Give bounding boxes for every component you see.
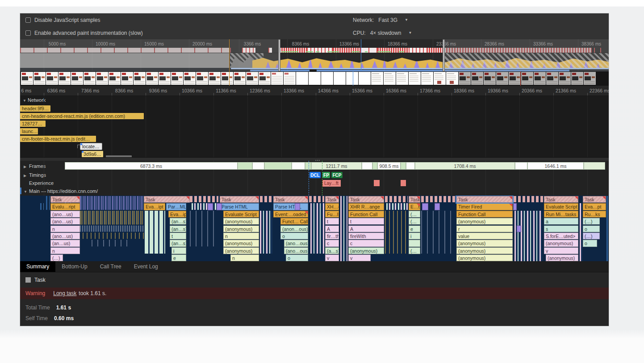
flame-bar[interactable]: Function Call bbox=[348, 211, 384, 217]
screenshot-thumb[interactable] bbox=[21, 72, 33, 85]
flame-bar[interactable]: (an…s) bbox=[170, 218, 186, 225]
flame-bar[interactable]: A bbox=[325, 225, 339, 232]
screenshot-thumb[interactable] bbox=[234, 72, 246, 85]
tab-event-log[interactable]: Event Log bbox=[128, 261, 164, 272]
frames-track-label[interactable]: ▶Frames bbox=[24, 163, 46, 169]
flame-bar[interactable]: (an…s) bbox=[170, 240, 186, 246]
screenshot-thumb[interactable] bbox=[509, 72, 521, 85]
flame-bar[interactable]: (anonymous) bbox=[223, 247, 259, 254]
flame-bar[interactable]: fireWith bbox=[348, 233, 384, 239]
flame-bar[interactable]: i bbox=[409, 233, 420, 239]
flame-bar[interactable]: n bbox=[223, 233, 259, 239]
flame-purple-chip[interactable] bbox=[295, 203, 300, 210]
flame-purple-chip[interactable] bbox=[517, 225, 521, 232]
screenshot-thumb[interactable] bbox=[571, 72, 583, 85]
flame-bar[interactable]: (… bbox=[409, 247, 420, 254]
disclosure-triangle-icon[interactable]: ▼ bbox=[23, 99, 26, 103]
disable-js-samples-checkbox[interactable] bbox=[25, 17, 31, 23]
flame-bar[interactable]: v bbox=[325, 255, 339, 261]
frame-segment[interactable] bbox=[372, 162, 377, 170]
screenshot-thumb[interactable] bbox=[371, 72, 383, 85]
flame-bar[interactable]: r bbox=[456, 225, 513, 232]
flame-bar[interactable]: t bbox=[170, 233, 186, 239]
timing-badge-fcp[interactable]: FCP bbox=[331, 172, 343, 178]
frame-segment[interactable] bbox=[264, 162, 292, 170]
frame-segment[interactable] bbox=[406, 162, 415, 170]
flame-purple-chip[interactable] bbox=[217, 203, 222, 210]
screenshot-thumb[interactable] bbox=[434, 72, 446, 85]
screenshot-thumb[interactable] bbox=[71, 72, 83, 85]
flame-bar[interactable]: (anonymous) bbox=[223, 218, 259, 225]
flame-bar[interactable]: S.forE…uted> bbox=[544, 233, 578, 239]
cpu-throttle-select[interactable]: 4× slowdown bbox=[370, 30, 401, 36]
disclosure-triangle-icon[interactable]: ▶ bbox=[24, 174, 29, 178]
network-request-bar[interactable]: cnn-header-second-react.min.js (edition.… bbox=[20, 113, 144, 119]
flame-bar[interactable]: v bbox=[348, 255, 371, 261]
flame-bar[interactable]: t bbox=[348, 218, 384, 225]
flame-bar[interactable]: (anonymous) bbox=[456, 255, 513, 261]
flame-bar[interactable]: (ano…ous) bbox=[284, 240, 308, 246]
flame-bar[interactable]: E…t bbox=[409, 203, 420, 210]
flame-bar[interactable]: (ano…ous) bbox=[284, 247, 308, 254]
screenshot-thumb[interactable] bbox=[296, 72, 308, 85]
layout-shift-marker[interactable] bbox=[401, 180, 406, 186]
flame-bar[interactable]: value bbox=[456, 233, 513, 239]
network-throttle-select[interactable]: Fast 3G bbox=[378, 17, 397, 23]
main-flame-chart[interactable]: TaskEvalu…ript(ano…us)(ano…us)n(ano…us)(… bbox=[20, 196, 609, 261]
flame-bar[interactable]: XHR R…ange bbox=[348, 203, 384, 210]
screenshot-thumb[interactable] bbox=[484, 72, 496, 85]
flame-bar[interactable]: t bbox=[325, 218, 339, 225]
flame-bar[interactable]: v bbox=[544, 247, 578, 254]
flame-bar[interactable]: Ru…ks bbox=[583, 211, 606, 217]
network-request-bar[interactable]: header.9f9… bbox=[20, 105, 50, 112]
screenshot-thumb[interactable] bbox=[209, 72, 221, 85]
network-request-bar[interactable]: launc… bbox=[20, 128, 38, 134]
flame-purple-chip[interactable] bbox=[435, 203, 440, 210]
frame-segment[interactable]: 1211.7 ms bbox=[311, 162, 362, 170]
layout-shift-marker[interactable] bbox=[374, 180, 380, 186]
screenshot-thumb[interactable] bbox=[559, 72, 571, 85]
screenshot-thumb[interactable] bbox=[246, 72, 258, 85]
flame-bar[interactable]: a bbox=[544, 218, 578, 225]
flame-bar[interactable]: e bbox=[409, 225, 420, 232]
flame-purple-chip[interactable] bbox=[513, 203, 517, 210]
main-track-label[interactable]: ▼Main — https://edition.cnn.com/ bbox=[24, 188, 98, 194]
flame-bar[interactable]: Task bbox=[273, 196, 308, 203]
flame-bar[interactable]: c bbox=[348, 240, 384, 246]
network-resize-divider[interactable]: … bbox=[20, 157, 609, 161]
flame-bar[interactable]: A bbox=[348, 225, 384, 232]
advanced-paint-checkbox[interactable] bbox=[25, 30, 31, 36]
screenshot-thumb[interactable] bbox=[284, 72, 296, 85]
network-request-bar[interactable]: 3d9a6… bbox=[82, 151, 103, 157]
flame-bar[interactable]: Evaluate Script bbox=[223, 211, 259, 217]
flame-bar[interactable]: Parse HTML bbox=[220, 203, 259, 210]
flame-bar[interactable]: i bbox=[171, 247, 186, 254]
flame-bar[interactable]: Task bbox=[544, 196, 578, 203]
flame-bar[interactable]: n bbox=[50, 225, 80, 232]
flame-bar[interactable]: o bbox=[583, 240, 597, 246]
flame-bar[interactable]: Task bbox=[456, 196, 513, 203]
flame-bar[interactable]: o bbox=[583, 225, 600, 232]
flame-bar[interactable]: (… bbox=[409, 211, 420, 217]
screenshot-thumb[interactable] bbox=[134, 72, 146, 85]
flame-bar[interactable]: e bbox=[171, 255, 186, 261]
flame-bar[interactable]: Run Mi…tasks bbox=[544, 211, 578, 217]
frame-segment[interactable] bbox=[584, 162, 605, 170]
chevron-down-icon[interactable]: ▼ bbox=[405, 18, 408, 22]
flame-bar[interactable]: s bbox=[544, 225, 578, 232]
flame-bar[interactable]: (anonymous) bbox=[456, 247, 513, 254]
disclosure-triangle-icon[interactable]: ▶ bbox=[24, 165, 29, 169]
screenshot-thumb[interactable] bbox=[409, 72, 421, 85]
flame-bar[interactable]: fir…th bbox=[325, 233, 339, 239]
flame-bar[interactable]: (an…us) bbox=[50, 240, 80, 246]
screenshot-thumb[interactable] bbox=[496, 72, 508, 85]
timings-track-label[interactable]: ▶Timings bbox=[24, 172, 46, 178]
screenshot-thumb[interactable] bbox=[421, 72, 433, 85]
experience-track-label[interactable]: Experience bbox=[29, 180, 54, 186]
frame-segment[interactable] bbox=[401, 162, 406, 170]
screenshot-thumb[interactable] bbox=[46, 72, 58, 85]
screenshot-thumb[interactable] bbox=[171, 72, 183, 85]
disclosure-triangle-icon[interactable]: ▼ bbox=[24, 190, 29, 194]
flame-bar[interactable]: (anonymous) bbox=[544, 240, 578, 246]
flame-bar[interactable]: Eva…ipt bbox=[144, 203, 165, 210]
